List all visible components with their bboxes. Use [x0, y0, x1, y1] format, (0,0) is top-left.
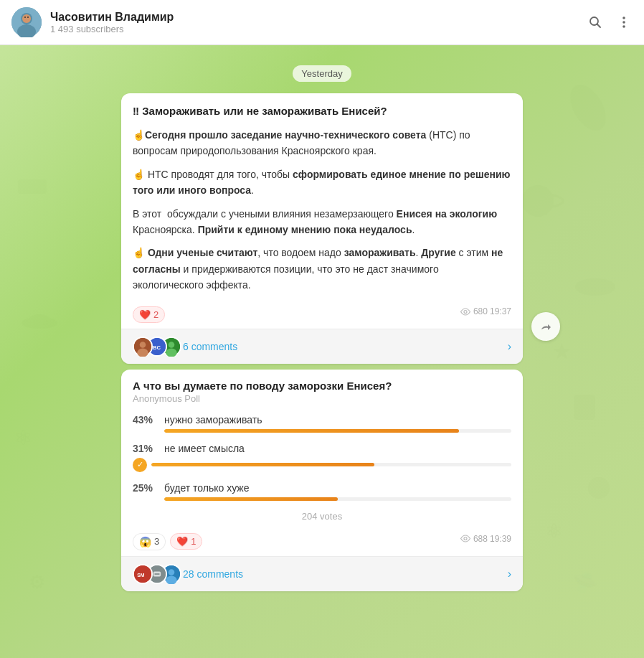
- message-1-para-4: ☝ Одни ученые считают, что водоем надо з…: [133, 245, 511, 293]
- poll-bar-3-bg: [164, 497, 511, 501]
- poll-bar-1-bg: [164, 429, 511, 433]
- time-1: 19:37: [490, 306, 511, 316]
- reaction-heart-2-count: 1: [191, 536, 196, 547]
- comments-link-2[interactable]: 28 comments: [183, 568, 508, 580]
- comments-bar-2[interactable]: SM 28 comments ›: [121, 556, 523, 591]
- search-icon[interactable]: [587, 14, 604, 31]
- chat-area: Yesterday ‼️ Замораживать или не замораж…: [0, 45, 644, 608]
- message-2-views: 688 19:39: [460, 534, 511, 544]
- svg-point-20: [464, 537, 467, 540]
- comment-avatars-2: SM: [133, 564, 176, 584]
- reaction-heart-2[interactable]: ❤️ 1: [170, 533, 202, 550]
- views-count-2: 688: [473, 534, 488, 544]
- channel-header: Часовитин Владимир 1 493 subscribers: [0, 0, 644, 45]
- message-1-title: ‼️ Замораживать или не замораживать Енис…: [133, 103, 511, 118]
- time-2: 19:39: [490, 534, 511, 544]
- poll-bubble: А что вы думаете по поводу заморозки Ени…: [121, 370, 523, 591]
- svg-point-3: [22, 14, 31, 23]
- subscriber-count: 1 493 subscribers: [50, 24, 587, 34]
- reaction-heart-1-count: 2: [153, 309, 158, 320]
- channel-name: Часовитин Владимир: [50, 11, 587, 24]
- comments-bar-1[interactable]: BC 6 comments ›: [121, 329, 523, 364]
- poll-bar-2-fill: [151, 463, 374, 466]
- svg-point-11: [464, 310, 467, 313]
- poll-option-2[interactable]: 31% не имеет смысла ✓: [133, 443, 511, 472]
- poll-question: А что вы думаете по поводу заморозки Ени…: [133, 380, 511, 392]
- poll-bar-3-fill: [164, 497, 338, 501]
- commenter-avatar-4: SM: [133, 564, 153, 584]
- poll-option-1-top: 43% нужно замораживать: [133, 414, 511, 426]
- poll-bar-2-bg: [151, 463, 511, 466]
- reaction-ghost-1[interactable]: 😱 3: [133, 533, 166, 550]
- poll-option-1[interactable]: 43% нужно замораживать: [133, 414, 511, 433]
- poll-type: Anonymous Poll: [133, 393, 511, 404]
- message-1-bubble: ‼️ Замораживать или не замораживать Енис…: [121, 93, 523, 364]
- svg-text:BC: BC: [153, 344, 161, 351]
- svg-rect-25: [155, 573, 160, 575]
- svg-point-27: [169, 569, 175, 575]
- channel-info: Часовитин Владимир 1 493 subscribers: [50, 11, 587, 34]
- comment-avatars-1: BC: [133, 337, 176, 357]
- svg-point-4: [24, 17, 26, 18]
- poll-option-2-top: 31% не имеет смысла: [133, 443, 511, 454]
- svg-point-5: [27, 17, 29, 18]
- message-1-para-2: ☝️ НТС проводят для того, чтобы сформиро…: [133, 166, 511, 199]
- message-2-reactions: 😱 3 ❤️ 1: [133, 533, 202, 550]
- views-count-1: 680: [473, 306, 488, 316]
- poll-votes: 204 votes: [133, 511, 511, 522]
- poll-option-2-pct: 31%: [133, 443, 158, 454]
- svg-point-8: [622, 17, 625, 19]
- message-1-para-3: В этот обсуждали с учеными влияния незам…: [133, 206, 511, 238]
- poll-bar-1-fill: [164, 429, 459, 433]
- svg-text:SM: SM: [137, 573, 145, 578]
- poll-option-3[interactable]: 25% будет только хуже: [133, 482, 511, 501]
- poll-option-1-pct: 43%: [133, 414, 158, 426]
- comments-chevron-1: ›: [508, 340, 511, 353]
- poll-option-2-text: не имеет смысла: [164, 443, 511, 454]
- reaction-heart-1[interactable]: ❤️ 2: [133, 306, 165, 323]
- message-1-views: 680 19:37: [460, 306, 511, 316]
- poll-option-3-text: будет только хуже: [164, 482, 511, 494]
- svg-point-18: [169, 342, 175, 348]
- more-icon[interactable]: [615, 14, 633, 31]
- channel-avatar: [11, 7, 42, 37]
- svg-line-7: [597, 24, 601, 28]
- poll-option-3-top: 25% будет только хуже: [133, 482, 511, 494]
- svg-point-13: [140, 342, 146, 348]
- poll-option-3-pct: 25%: [133, 482, 158, 494]
- date-label: Yesterday: [293, 65, 351, 82]
- message-2-wrapper: А что вы думаете по поводу заморозки Ени…: [0, 370, 644, 591]
- comments-chevron-2: ›: [508, 568, 511, 581]
- commenter-avatar-1: [133, 337, 153, 357]
- forward-button-1[interactable]: [531, 312, 560, 341]
- message-2-meta: 😱 3 ❤️ 1 688 19:39: [133, 527, 511, 550]
- poll-option-2-check: ✓: [133, 458, 147, 472]
- message-1-reactions: ❤️ 2: [133, 306, 165, 323]
- comments-link-1[interactable]: 6 comments: [183, 341, 508, 352]
- message-1-wrapper: ‼️ Замораживать или не замораживать Енис…: [0, 93, 644, 364]
- header-actions: [587, 14, 633, 31]
- poll-option-1-text: нужно замораживать: [164, 414, 511, 426]
- date-separator: Yesterday: [0, 65, 644, 82]
- message-1-para-1: ☝️Сегодня прошло заседание научно-технич…: [133, 127, 511, 159]
- reaction-ghost-1-count: 3: [154, 536, 159, 547]
- svg-point-9: [622, 21, 625, 24]
- message-1-meta: ❤️ 2 680 19:37: [133, 301, 511, 323]
- svg-point-10: [622, 25, 625, 28]
